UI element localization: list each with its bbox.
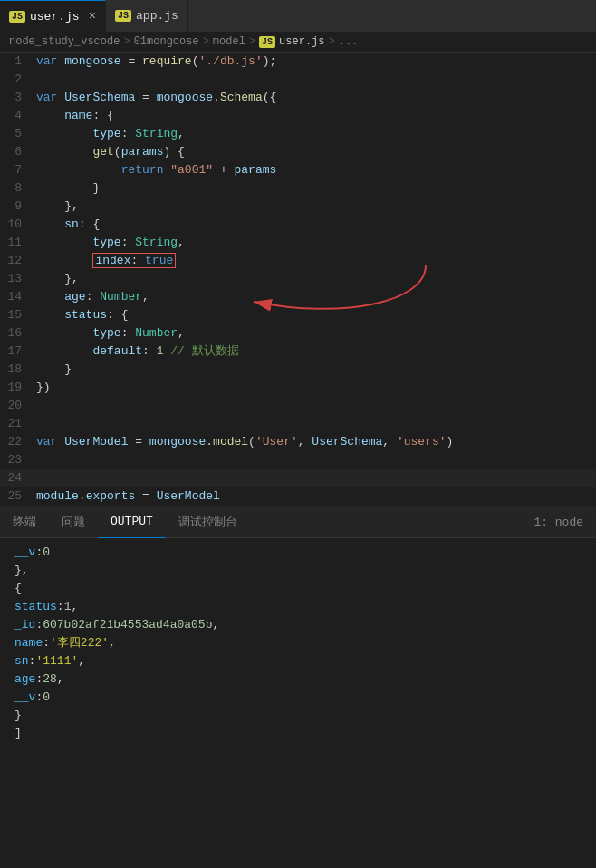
line-content-22: var UserModel = mongoose.model('User', U… [36,433,453,451]
code-line-14: 14 age: Number, [0,288,596,306]
line-num-4: 4 [0,107,36,125]
line-content-2 [36,71,43,89]
panel-tab-debug-label: 调试控制台 [178,514,237,530]
line-content-16: type: Number, [36,324,185,342]
editor-wrapper: 1 var mongoose = require('./db.js'); 2 3… [0,53,596,506]
line-num-19: 19 [0,379,36,397]
line-num-23: 23 [0,451,36,469]
line-num-18: 18 [0,361,36,379]
code-line-7: 7 return "a001" + params [0,161,596,179]
line-num-13: 13 [0,270,36,288]
line-content-25: module.exports = UserModel [36,487,220,506]
breadcrumb: node_study_vscode > 01mongoose > model >… [0,32,596,53]
line-num-9: 9 [0,198,36,216]
code-line-21: 21 [0,415,596,433]
panel-tab-output[interactable]: OUTPUT [98,506,166,538]
breadcrumb-sep-1: > [123,35,130,48]
line-num-2: 2 [0,71,36,89]
line-num-21: 21 [0,415,36,433]
tab-label-app-js: app.js [136,9,178,23]
line-content-20 [36,397,43,415]
line-num-14: 14 [0,288,36,306]
line-num-1: 1 [0,53,36,71]
code-line-10: 10 sn: { [0,216,596,234]
code-line-8: 8 } [0,179,596,198]
breadcrumb-sep-4: > [329,35,335,48]
breadcrumb-part-2: 01mongoose [134,35,199,48]
terminal-line-2: }, [14,562,582,580]
js-icon-app: JS [115,10,131,22]
line-content-5: type: String, [36,125,185,143]
line-num-12: 12 [0,252,36,270]
terminal-line-8: age: 28, [14,670,582,689]
code-line-1: 1 var mongoose = require('./db.js'); [0,53,596,71]
code-line-5: 5 type: String, [0,125,596,143]
line-content-23 [36,451,43,469]
terminal-line-6: name: '李四222', [14,634,582,652]
terminal-line-3: { [14,580,582,598]
line-content-18: } [36,361,72,379]
panel-tab-output-label: OUTPUT [111,515,153,528]
code-line-6: 6 get(params) { [0,143,596,161]
panel-tab-debug[interactable]: 调试控制台 [166,506,250,538]
line-num-16: 16 [0,324,36,342]
terminal-line-11: ] [14,725,582,743]
line-num-20: 20 [0,397,36,415]
line-content-9: }, [36,198,79,216]
terminal-line-10: } [14,707,582,725]
code-line-11: 11 type: String, [0,234,596,252]
line-num-17: 17 [0,342,36,361]
code-line-18: 18 } [0,361,596,379]
tab-bar: JS user.js × JS app.js [0,0,596,32]
terminal-line-5: _id: 607b02af21b4553ad4a0a05b, [14,616,582,634]
line-num-6: 6 [0,143,36,161]
line-content-10: sn: { [36,216,100,234]
line-content-21 [36,415,43,433]
code-line-25: 25 module.exports = UserModel [0,487,596,506]
breadcrumb-js-badge: JS [259,36,275,48]
code-line-4: 4 name: { [0,107,596,125]
code-line-15: 15 status: { [0,306,596,324]
code-line-23: 23 [0,451,596,469]
code-line-16: 16 type: Number, [0,324,596,342]
code-line-17: 17 default: 1 // 默认数据 [0,342,596,361]
line-num-15: 15 [0,306,36,324]
line-content-13: }, [36,270,79,288]
panel-tab-problems[interactable]: 问题 [49,506,98,538]
code-editor[interactable]: 1 var mongoose = require('./db.js'); 2 3… [0,53,596,506]
code-line-20: 20 [0,397,596,415]
breadcrumb-part-1: node_study_vscode [9,35,120,48]
breadcrumb-ellipsis: ... [339,35,359,48]
terminal-line-7: sn: '1111', [14,652,582,670]
terminal-line-4: status: 1, [14,598,582,616]
panel-tab-terminal-label: 终端 [13,514,36,530]
panel-tabs: 终端 问题 OUTPUT 调试控制台 1: node [0,506,596,538]
code-line-19: 19 }) [0,379,596,397]
line-num-7: 7 [0,161,36,179]
line-num-24: 24 [0,469,36,487]
terminal-content: __v: 0 }, { status: 1, _id: 607b02af21b4… [0,538,596,748]
panel-tab-terminal[interactable]: 终端 [0,506,49,538]
line-content-11: type: String, [36,234,185,252]
code-line-22: 22 var UserModel = mongoose.model('User'… [0,433,596,451]
line-num-3: 3 [0,89,36,107]
breadcrumb-sep-2: > [203,35,209,48]
line-content-1: var mongoose = require('./db.js'); [36,53,276,71]
code-line-3: 3 var UserSchema = mongoose.Schema({ [0,89,596,107]
line-content-4: name: { [36,107,114,125]
code-line-13: 13 }, [0,270,596,288]
tab-user-js[interactable]: JS user.js × [0,0,106,32]
code-line-2: 2 [0,71,596,89]
terminal-line-1: __v: 0 [14,544,582,562]
breadcrumb-part-3: model [213,35,245,48]
code-line-12: 12 index: true [0,252,596,270]
close-tab-icon[interactable]: × [89,9,96,24]
line-content-17: default: 1 // 默认数据 [36,342,239,361]
tab-app-js[interactable]: JS app.js [106,0,188,32]
terminal-line-9: __v: 0 [14,689,582,707]
line-content-6: get(params) { [36,143,185,161]
line-content-12: index: true [36,252,176,270]
line-content-7: return "a001" + params [36,161,276,179]
line-num-5: 5 [0,125,36,143]
line-num-25: 25 [0,487,36,506]
